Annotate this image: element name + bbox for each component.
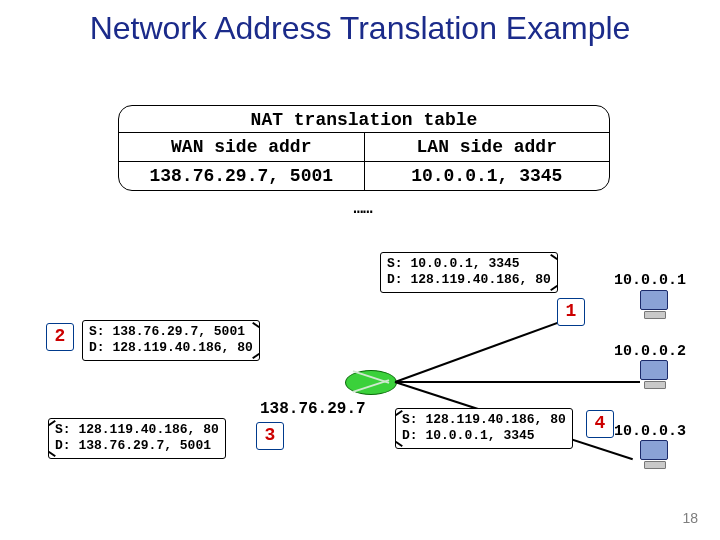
packet-dst: D: 128.119.40.186, 80 — [387, 272, 551, 287]
packet-box: S: 10.0.0.1, 3345 D: 128.119.40.186, 80 — [380, 252, 558, 293]
host-ip-label: 10.0.0.3 — [614, 423, 686, 440]
link-line — [395, 381, 640, 383]
step-number: 3 — [256, 422, 284, 450]
nat-table: NAT translation table WAN side addr LAN … — [118, 105, 610, 191]
step-number: 1 — [557, 298, 585, 326]
nat-table-caption: NAT translation table — [119, 106, 609, 132]
nat-cell-wan: 138.76.29.7, 5001 — [119, 162, 364, 190]
nat-cell-lan: 10.0.0.1, 3345 — [364, 162, 610, 190]
nat-header-wan: WAN side addr — [119, 133, 364, 161]
packet-box: S: 128.119.40.186, 80 D: 138.76.29.7, 50… — [48, 418, 226, 459]
packet-box: S: 138.76.29.7, 5001 D: 128.119.40.186, … — [82, 320, 260, 361]
router-ip-label: 138.76.29.7 — [260, 400, 366, 418]
step-number: 4 — [586, 410, 614, 438]
nat-ellipsis: …… — [118, 200, 608, 218]
pc-icon — [640, 360, 670, 388]
packet-dst: D: 128.119.40.186, 80 — [89, 340, 253, 355]
packet-src: S: 128.119.40.186, 80 — [402, 412, 566, 427]
slide-number: 18 — [682, 510, 698, 526]
host-ip-label: 10.0.0.2 — [614, 343, 686, 360]
pc-icon — [640, 440, 670, 468]
packet-dst: D: 10.0.0.1, 3345 — [402, 428, 535, 443]
step-number: 2 — [46, 323, 74, 351]
host-ip-label: 10.0.0.1 — [614, 272, 686, 289]
packet-src: S: 10.0.0.1, 3345 — [387, 256, 520, 271]
packet-box: S: 128.119.40.186, 80 D: 10.0.0.1, 3345 — [395, 408, 573, 449]
slide: Network Address Translation Example NAT … — [0, 0, 720, 540]
packet-dst: D: 138.76.29.7, 5001 — [55, 438, 211, 453]
link-line — [395, 313, 583, 383]
router-icon — [345, 370, 397, 395]
packet-src: S: 138.76.29.7, 5001 — [89, 324, 245, 339]
packet-src: S: 128.119.40.186, 80 — [55, 422, 219, 437]
slide-title: Network Address Translation Example — [0, 10, 720, 47]
nat-header-lan: LAN side addr — [364, 133, 610, 161]
pc-icon — [640, 290, 670, 318]
